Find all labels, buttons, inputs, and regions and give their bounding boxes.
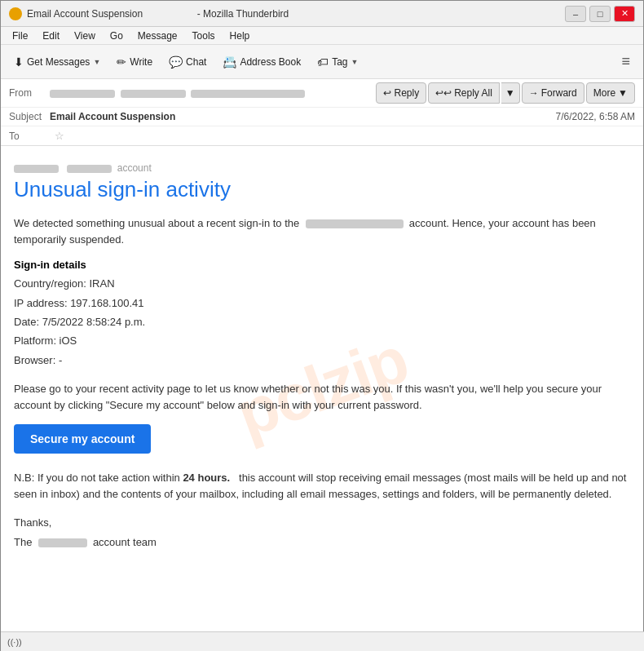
maximize-button[interactable]: □ [589, 6, 611, 22]
reply-all-arrow: ▼ [505, 87, 515, 99]
connection-icon: ((·)) [7, 637, 22, 647]
to-row: To ☆ [1, 126, 643, 145]
subject-label: Subject [9, 111, 50, 122]
email-action-buttons: ↩ Reply ↩↩ Reply All ▼ → Forward More ▼ [376, 82, 635, 104]
reply-icon: ↩ [383, 87, 391, 99]
address-book-button[interactable]: 📇 Address Book [216, 49, 307, 75]
reply-all-dropdown[interactable]: ▼ [501, 82, 520, 104]
menu-file[interactable]: File [6, 29, 34, 43]
write-icon: ✏ [117, 55, 126, 69]
star-icon[interactable]: ☆ [55, 130, 64, 142]
detail-platform: Platform: iOS [14, 331, 630, 350]
account-blurred-1 [14, 165, 59, 173]
detail-ip: IP address: 197.168.100.41 [14, 294, 630, 312]
menu-tools[interactable]: Tools [186, 29, 222, 43]
forward-button[interactable]: → Forward [522, 82, 584, 104]
from-blurred-2 [121, 90, 186, 98]
menu-edit[interactable]: Edit [36, 29, 66, 43]
chat-icon: 💬 [169, 55, 183, 69]
from-row: From ↩ Reply ↩↩ Reply All ▼ → Forward [1, 79, 643, 108]
thanks-line-1: Thanks, [14, 513, 630, 532]
reply-all-icon: ↩↩ [435, 87, 452, 99]
detail-date: Date: 7/5/2022 8:58:24 p.m. [14, 312, 630, 331]
app-icon [9, 7, 22, 20]
tag-arrow: ▼ [351, 58, 359, 66]
account-pre: account [14, 162, 630, 174]
to-label: To [9, 131, 50, 142]
subject-date: 7/6/2022, 6:58 AM [556, 111, 635, 122]
secure-my-account-button[interactable]: Secure my account [14, 424, 151, 454]
reply-all-button[interactable]: ↩↩ Reply All [428, 82, 500, 104]
tag-icon: 🏷 [317, 55, 329, 69]
account-blurred-2 [67, 165, 112, 173]
thanks-line-2: The account team [14, 533, 630, 551]
email-body: pclzip account Unusual sign-in activity … [1, 146, 643, 629]
menu-message[interactable]: Message [131, 29, 184, 43]
email-paragraph-1: We detected something unusual about a re… [14, 215, 630, 247]
from-label: From [9, 87, 50, 99]
reply-button[interactable]: ↩ Reply [376, 82, 426, 104]
menu-help[interactable]: Help [223, 29, 257, 43]
subject-row: Subject Email Account Suspension 7/6/202… [1, 108, 643, 126]
get-messages-label: Get Messages [27, 56, 90, 68]
from-value [50, 87, 376, 99]
sign-in-label: Sign-in details [14, 259, 630, 271]
forward-label: Forward [541, 87, 577, 99]
thanks-section: Thanks, The account team [14, 513, 630, 551]
write-label: Write [130, 56, 152, 68]
get-messages-arrow: ▼ [93, 58, 100, 66]
subject-text: Email Account Suspension [50, 111, 179, 122]
detail-browser: Browser: - [14, 351, 630, 370]
get-messages-button[interactable]: ⬇ Get Messages ▼ [7, 49, 107, 75]
more-label: More [593, 87, 615, 99]
email-blurred-account [306, 219, 404, 228]
close-button[interactable]: ✕ [614, 6, 635, 22]
minimize-button[interactable]: – [565, 6, 586, 22]
email-content: account Unusual sign-in activity We dete… [14, 162, 630, 551]
get-messages-icon: ⬇ [14, 55, 24, 69]
bold-hours: 24 hours. [183, 472, 230, 484]
address-book-label: Address Book [240, 56, 301, 68]
title-bar-controls: – □ ✕ [565, 6, 635, 22]
more-button[interactable]: More ▼ [586, 82, 635, 104]
email-heading: Unusual sign-in activity [14, 177, 630, 202]
email-header: From ↩ Reply ↩↩ Reply All ▼ → Forward [1, 79, 643, 146]
reply-all-label: Reply All [454, 87, 492, 99]
nb-paragraph: N.B: If you do not take action within 24… [14, 470, 630, 502]
tag-label: Tag [332, 56, 347, 68]
toolbar: ⬇ Get Messages ▼ ✏ Write 💬 Chat 📇 Addres… [1, 45, 643, 79]
forward-icon: → [529, 87, 539, 99]
write-button[interactable]: ✏ Write [110, 49, 159, 75]
detail-country: Country/region: IRAN [14, 274, 630, 293]
chat-button[interactable]: 💬 Chat [162, 49, 213, 75]
reply-label: Reply [394, 87, 419, 99]
email-paragraph-2: Please go to your recent activity page t… [14, 381, 630, 413]
from-blurred-1 [50, 90, 115, 98]
team-blurred [38, 538, 87, 547]
tag-button[interactable]: 🏷 Tag ▼ [311, 49, 364, 75]
menu-view[interactable]: View [68, 29, 102, 43]
more-arrow: ▼ [618, 87, 628, 99]
menu-go[interactable]: Go [104, 29, 130, 43]
title-bar: Email Account Suspension - Mozilla Thund… [1, 1, 643, 27]
menu-bar: File Edit View Go Message Tools Help [1, 27, 643, 45]
title-bar-text: Email Account Suspension - Mozilla Thund… [27, 8, 565, 20]
hamburger-menu[interactable]: ≡ [615, 50, 637, 73]
sign-in-details: Sign-in details Country/region: IRAN IP … [14, 259, 630, 370]
from-blurred-3 [191, 90, 305, 98]
chat-label: Chat [186, 56, 206, 68]
address-book-icon: 📇 [223, 55, 236, 69]
status-bar: ((·)) [1, 631, 644, 651]
